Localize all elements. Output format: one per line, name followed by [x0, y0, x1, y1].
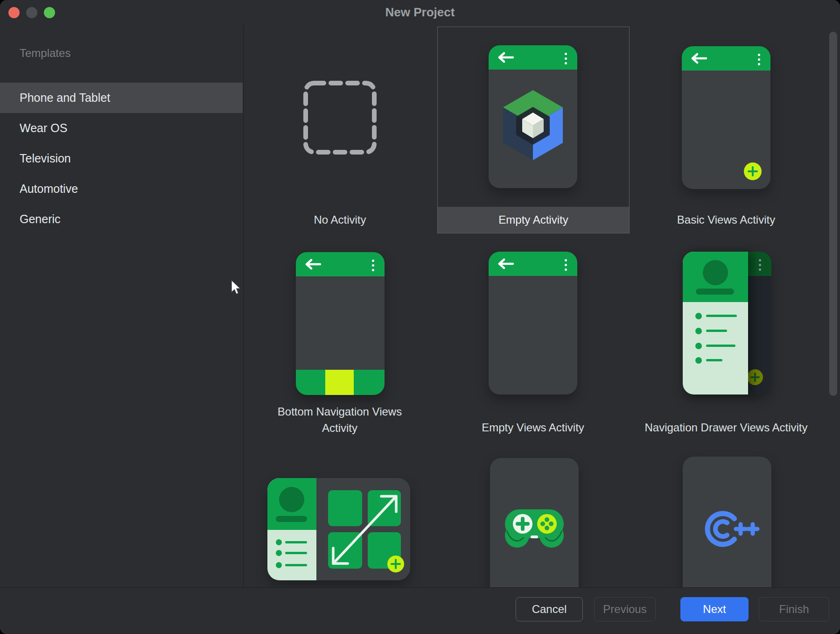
- templates-header: Templates: [20, 47, 70, 60]
- bottom-nav-bar: [296, 370, 385, 395]
- sidebar-item-phone-and-tablet[interactable]: Phone and Tablet: [0, 83, 243, 113]
- previous-button: Previous: [594, 597, 656, 621]
- kebab-menu-icon: [372, 260, 374, 274]
- sidebar-item-automotive[interactable]: Automotive: [0, 174, 243, 204]
- phone-with-fab-icon: [682, 46, 770, 189]
- app-toolbar: [489, 45, 577, 70]
- kebab-menu-icon: [758, 54, 760, 68]
- avatar: [703, 260, 728, 285]
- back-arrow-icon: [497, 258, 515, 269]
- kebab-menu-icon: [565, 259, 567, 273]
- dimmed-fab-plus-icon: [747, 369, 763, 385]
- dialog-footer: Cancel Previous Next Finish: [0, 587, 840, 634]
- sidebar-item-wear-os[interactable]: Wear OS: [0, 113, 243, 143]
- controller-glyph: [504, 508, 565, 551]
- drawer-pane: [267, 478, 316, 580]
- jetpack-compose-logo-icon: [489, 45, 577, 188]
- new-project-dialog: New Project Templates Phone and Tablet W…: [0, 0, 840, 634]
- back-arrow-icon: [690, 53, 708, 64]
- dashed-placeholder-icon: [303, 80, 377, 155]
- fab-plus-icon: [387, 556, 404, 572]
- compose-cube-icon: [502, 89, 564, 162]
- template-category-sidebar: Templates Phone and Tablet Wear OS Telev…: [0, 24, 243, 587]
- sidebar-item-generic[interactable]: Generic: [0, 204, 243, 234]
- app-toolbar: [682, 46, 770, 70]
- app-toolbar: [489, 252, 577, 276]
- sidebar-item-television[interactable]: Television: [0, 143, 243, 174]
- card-label: Navigation Drawer Views Activity: [630, 421, 823, 435]
- back-arrow-icon: [497, 52, 515, 63]
- fab-plus-icon: [744, 162, 762, 180]
- card-label: Bottom Navigation Views Activity: [270, 403, 410, 436]
- titlebar: New Project: [0, 0, 840, 24]
- card-label: Empty Activity: [437, 213, 630, 227]
- nav-drawer-panel: [683, 252, 748, 394]
- card-label: Basic Views Activity: [630, 213, 823, 227]
- name-placeholder: [696, 289, 734, 295]
- phone-bottom-nav-icon: [296, 252, 385, 395]
- kebab-menu-icon: [565, 53, 567, 67]
- window-title: New Project: [0, 0, 840, 24]
- cpp-glyph: [700, 506, 760, 552]
- card-label: No Activity: [244, 213, 436, 227]
- game-controller-icon: [490, 458, 579, 587]
- card-label: Empty Views Activity: [436, 421, 630, 435]
- phone-nav-drawer-icon: [683, 252, 771, 394]
- template-category-list: Phone and Tablet Wear OS Television Auto…: [0, 83, 243, 234]
- scrollbar-thumb[interactable]: [829, 32, 837, 396]
- back-arrow-icon: [304, 259, 322, 270]
- kebab-menu-icon: [759, 259, 761, 273]
- cancel-button[interactable]: Cancel: [516, 597, 583, 621]
- phone-toolbar-icon: [489, 252, 577, 394]
- next-button[interactable]: Next: [680, 597, 749, 621]
- template-grid: No Activity: [243, 24, 840, 587]
- drawer-header: [683, 252, 748, 302]
- finish-button: Finish: [759, 597, 829, 621]
- app-toolbar: [296, 252, 385, 276]
- cpp-logo-icon: [683, 457, 771, 587]
- responsive-layout-icon: [267, 478, 410, 580]
